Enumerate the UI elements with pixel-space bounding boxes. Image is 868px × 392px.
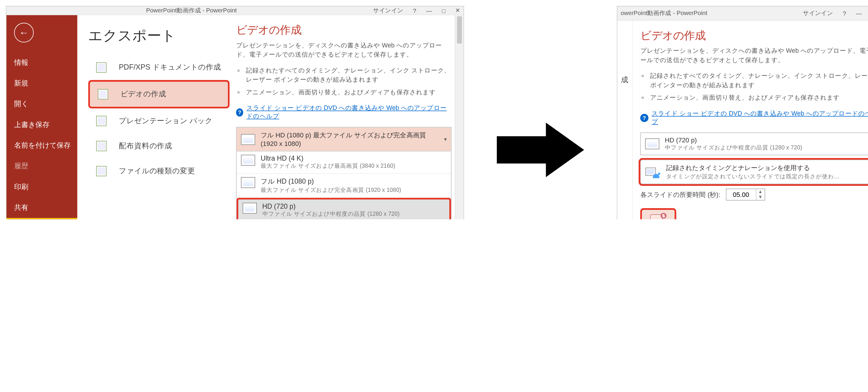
create-video-button[interactable]: ビデオの 作成 (640, 208, 676, 219)
thumbnail-icon (243, 203, 257, 214)
spinner-up-icon[interactable]: ▲ (756, 189, 765, 195)
export-item-4[interactable]: ファイルの種類の変更 (88, 159, 229, 184)
signin-link[interactable]: サインイン (803, 9, 833, 18)
video-title: ビデオの作成 (640, 28, 868, 43)
video-title: ビデオの作成 (236, 23, 452, 37)
timing-dropdown[interactable]: 記録されたタイミングとナレーションを使用する タイミングが設定されていないスライ… (640, 160, 868, 184)
thumbnail-icon (241, 177, 255, 188)
backstage-sidebar: ← 情報新規開く上書き保存名前を付けて保存履歴印刷共有エクスポート閉じるアカウン… (6, 15, 78, 219)
thumbnail-icon (241, 155, 255, 166)
sidebar-item-8[interactable]: エクスポート (6, 218, 78, 219)
signin-link[interactable]: サインイン (373, 6, 403, 15)
sidebar-item-5[interactable]: 履歴 (6, 156, 78, 176)
svg-rect-12 (647, 169, 654, 174)
sidebar-item-6[interactable]: 印刷 (6, 176, 78, 197)
svg-rect-15 (652, 216, 661, 219)
page-title: エクスポート (88, 26, 229, 45)
svg-rect-5 (98, 117, 105, 125)
quality-option-1[interactable]: フル HD (1080 p)最大ファイル サイズおよび完全高画質 (1920 x… (237, 174, 451, 198)
help-link[interactable]: スライド ショー ビデオの DVD への書き込みや Web へのアップロードのヘ… (652, 110, 868, 126)
screenshot-right: owerPoint動画作成 - PowerPoint サインイン ? — □ ✕… (617, 6, 868, 219)
screenshot-left: PowerPoint動画作成 - PowerPoint サインイン ? — □ … (6, 6, 464, 219)
svg-rect-9 (98, 167, 105, 175)
help-circle-icon: ? (236, 108, 243, 117)
help-icon[interactable]: ? (843, 10, 846, 17)
scrollbar[interactable] (455, 15, 464, 219)
export-icon (94, 114, 111, 128)
sidebar-item-0[interactable]: 情報 (6, 52, 78, 73)
back-icon[interactable]: ← (14, 23, 34, 42)
svg-rect-1 (98, 64, 105, 71)
video-bullet: 記録されたすべてのタイミング、ナレーション、インク ストローク、レーザー ポイン… (640, 70, 868, 92)
sidebar-item-7[interactable]: 共有 (6, 197, 78, 218)
duration-label: 各スライドの所要時間 (秒): (640, 190, 720, 199)
sidebar-item-4[interactable]: 名前を付けて保存 (6, 135, 78, 156)
export-item-3[interactable]: 配布資料の作成 (88, 133, 229, 159)
video-icon (650, 212, 666, 219)
export-item-2[interactable]: プレゼンテーション パック (88, 108, 229, 133)
video-bullet: アニメーション、画面切り替え、およびメディアも保存されます (640, 91, 868, 104)
sidebar-item-2[interactable]: 開く (6, 94, 78, 115)
titlebar-left: PowerPoint動画作成 - PowerPoint サインイン ? — □ … (6, 6, 464, 15)
export-item-1[interactable]: ビデオの作成 (88, 80, 229, 108)
thumbnail-icon (645, 138, 659, 150)
minimize-icon[interactable]: — (856, 10, 862, 17)
duration-input[interactable] (726, 190, 756, 199)
export-item-0[interactable]: PDF/XPS ドキュメントの作成 (88, 55, 229, 80)
chevron-down-icon: ▾ (444, 136, 447, 142)
video-desc: プレゼンテーションを、ディスクへの書き込みや Web へのアップロード、電子メー… (640, 46, 868, 65)
svg-marker-10 (497, 122, 584, 177)
titlebar-right: owerPoint動画作成 - PowerPoint サインイン ? — □ ✕ (617, 6, 868, 21)
arrow-right-icon (497, 117, 584, 184)
sidebar-item-3[interactable]: 上書き保存 (6, 115, 78, 135)
export-icon (94, 164, 111, 178)
minimize-icon[interactable]: — (426, 7, 432, 14)
export-list-remnant: 成 (617, 21, 633, 219)
video-bullet: アニメーション、画面切り替え、およびメディアも保存されます (236, 86, 452, 99)
svg-rect-3 (99, 91, 107, 98)
spinner-down-icon[interactable]: ▼ (756, 195, 765, 200)
export-icon (94, 60, 111, 74)
quality-dropdown[interactable]: フル HD (1080 p) 最大ファイル サイズおよび完全高画質 (1920 … (236, 127, 452, 219)
duration-spinner[interactable]: ▲▼ (725, 189, 765, 201)
thumbnail-icon (241, 134, 255, 145)
video-desc: プレゼンテーションを、ディスクへの書き込みや Web へのアップロード、電子メー… (236, 41, 452, 60)
timing-icon (645, 166, 660, 178)
close-icon[interactable]: ✕ (455, 7, 460, 14)
help-link[interactable]: スライド ショー ビデオの DVD への書き込みや Web へのアップロードのヘ… (247, 104, 452, 121)
video-bullet: 記録されたすべてのタイミング、ナレーション、インク ストローク、レーザー ポイン… (236, 64, 452, 86)
window-title: owerPoint動画作成 - PowerPoint (621, 9, 803, 18)
export-icon (94, 139, 111, 153)
svg-marker-13 (658, 172, 660, 175)
svg-rect-7 (98, 142, 105, 150)
quality-option-0[interactable]: Ultra HD (4 K)最大ファイル サイズおよび最高画質 (3840 x … (237, 152, 451, 174)
help-circle-icon: ? (640, 114, 648, 122)
quality-option-2[interactable]: HD (720 p)中ファイル サイズおよび中程度の品質 (1280 x 720… (237, 198, 451, 219)
help-icon[interactable]: ? (413, 7, 416, 14)
window-title: PowerPoint動画作成 - PowerPoint (10, 6, 373, 15)
sidebar-item-1[interactable]: 新規 (6, 73, 78, 94)
quality-dropdown[interactable]: HD (720 p) 中ファイル サイズおよび中程度の品質 (1280 x 72… (640, 133, 868, 156)
export-icon (95, 87, 113, 101)
maximize-icon[interactable]: □ (442, 7, 445, 14)
